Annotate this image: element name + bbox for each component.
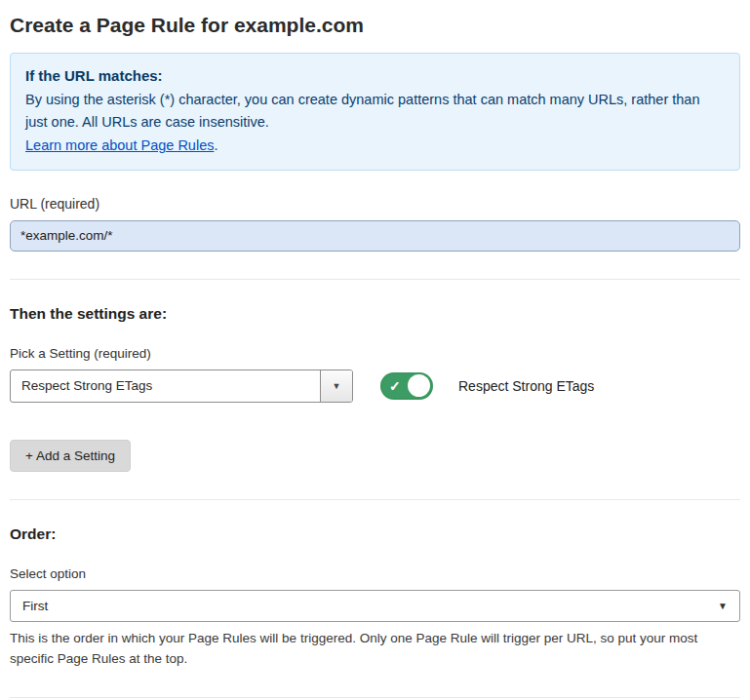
- settings-section-heading: Then the settings are:: [10, 305, 740, 323]
- learn-more-link[interactable]: Learn more about Page Rules: [25, 137, 214, 153]
- page-title: Create a Page Rule for example.com: [10, 14, 740, 37]
- link-suffix: .: [214, 137, 217, 153]
- divider: [10, 697, 740, 698]
- order-select-value: First: [22, 599, 48, 613]
- setting-row: Respect Strong ETags ▼ ✓ Respect Strong …: [10, 369, 740, 403]
- add-setting-button[interactable]: + Add a Setting: [10, 440, 131, 472]
- order-help-text: This is the order in which your Page Rul…: [10, 629, 740, 670]
- divider: [10, 279, 740, 280]
- order-section-heading: Order:: [10, 525, 740, 543]
- order-select-label: Select option: [10, 566, 740, 581]
- info-box-link-line: Learn more about Page Rules.: [25, 135, 725, 156]
- info-box-body: By using the asterisk (*) character, you…: [25, 89, 725, 133]
- caret-down-icon[interactable]: ▼: [320, 370, 352, 402]
- url-match-info-box: If the URL matches: By using the asteris…: [10, 53, 740, 171]
- toggle-knob: [408, 374, 430, 397]
- caret-down-icon: ▼: [718, 601, 728, 611]
- setting-dropdown-value: Respect Strong ETags: [11, 370, 320, 402]
- url-field-label: URL (required): [10, 196, 740, 212]
- divider: [10, 499, 740, 500]
- info-box-heading: If the URL matches:: [25, 64, 725, 87]
- setting-dropdown[interactable]: Respect Strong ETags ▼: [10, 369, 353, 403]
- order-select[interactable]: First ▼: [10, 590, 740, 622]
- pick-setting-label: Pick a Setting (required): [10, 346, 740, 361]
- etags-toggle[interactable]: ✓: [380, 372, 433, 400]
- url-input[interactable]: [10, 220, 740, 252]
- toggle-label: Respect Strong ETags: [458, 378, 594, 394]
- check-icon: ✓: [389, 378, 401, 392]
- page-rule-form: Create a Page Rule for example.com If th…: [0, 0, 750, 700]
